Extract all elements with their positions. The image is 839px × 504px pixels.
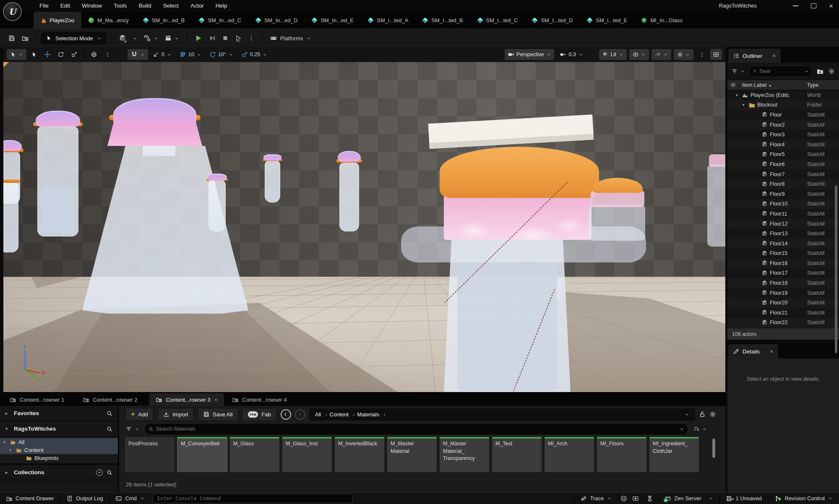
asset-tile[interactable]: MI_Floors <box>597 437 646 472</box>
content-browser-tab[interactable]: Content...rowser 2 <box>76 393 148 406</box>
asset-tile[interactable]: MI_Ingredient_ ClothJar <box>649 437 699 472</box>
outliner-row[interactable]: ▾ Floor17 StaticM <box>727 268 839 278</box>
collapse-arrow-icon[interactable]: ▸ <box>5 470 10 475</box>
search-icon[interactable] <box>107 410 112 416</box>
close-button[interactable]: × <box>829 3 833 10</box>
surface-snapping-dropdown[interactable] <box>128 49 148 60</box>
import-button[interactable]: Import <box>157 408 194 421</box>
search-options-icon[interactable] <box>804 69 809 74</box>
grid-snap-value[interactable]: 10 <box>177 49 205 60</box>
menu-item[interactable]: Actor <box>185 0 210 12</box>
editor-tab[interactable]: SM_I...ted_A <box>361 12 415 29</box>
console-command-input[interactable] <box>153 494 353 503</box>
close-icon[interactable]: × <box>770 348 773 355</box>
save-button[interactable] <box>5 31 18 45</box>
outliner-row[interactable]: ▾ Floor13 StaticM <box>727 229 839 239</box>
expand-arrow-icon[interactable]: ▾ <box>736 93 740 97</box>
collections-section[interactable]: ▸ Collections + <box>0 464 118 481</box>
asset-tile[interactable]: MI_Arch <box>545 437 594 472</box>
unreal-logo-icon[interactable]: U <box>3 2 22 21</box>
view-mode-dropdown[interactable]: Lit <box>599 49 627 60</box>
frame-skip-button[interactable] <box>206 31 219 45</box>
asset-tile[interactable]: M_ConveyerBelt <box>177 437 227 472</box>
browse-content-button[interactable] <box>18 31 32 45</box>
outliner-row[interactable]: ▾ Floor21 StaticM <box>727 308 839 318</box>
add-button[interactable]: +Add <box>125 408 154 421</box>
back-button[interactable] <box>281 409 291 420</box>
show-flags-dropdown[interactable] <box>629 49 649 60</box>
outliner-settings-button[interactable] <box>827 65 836 78</box>
menu-item[interactable]: Edit <box>55 0 76 12</box>
outliner-row[interactable]: ▾ Floor5 StaticM <box>727 150 839 160</box>
blueprints-dropdown[interactable] <box>141 31 162 45</box>
outliner-row[interactable]: ▾ Floor15 StaticM <box>727 249 839 259</box>
editor-tab[interactable]: SM_I...ted_C <box>470 12 525 29</box>
content-browser-tab[interactable]: Content...rowser 1 <box>3 393 75 406</box>
lock-icon[interactable] <box>699 411 706 418</box>
expand-arrow-icon[interactable]: ▾ <box>9 448 13 452</box>
editor-tab[interactable]: SM_In...ed_B <box>136 12 192 29</box>
visibility-column-header[interactable] <box>727 82 739 88</box>
menu-item[interactable]: Help <box>210 0 233 12</box>
viewport-options-menu[interactable] <box>696 49 708 60</box>
unsaved-changes-button[interactable]: * 1 Unsaved <box>720 493 768 504</box>
folder-tree-row[interactable]: Blueprints <box>0 454 118 462</box>
item-label-column-header[interactable]: Item Label▴ <box>739 82 804 88</box>
outliner-row[interactable]: ▾ Floor22 StaticM <box>727 318 839 328</box>
asset-tile[interactable]: M_Glass <box>230 437 279 472</box>
asset-scrollbar[interactable] <box>712 439 715 458</box>
trace-dropdown[interactable]: Trace <box>574 493 618 504</box>
revision-control-dropdown[interactable]: Revision Control <box>769 493 839 504</box>
tab-details[interactable]: Details × <box>728 344 778 359</box>
search-save-icon[interactable] <box>680 427 684 431</box>
expand-arrow-icon[interactable]: ▾ <box>743 103 747 107</box>
search-icon[interactable] <box>107 426 112 432</box>
viewport-3d[interactable]: Z X Y 0 10 10° 0.25 Perspective 0.3 <box>3 47 725 392</box>
breadcrumb-item[interactable]: Materials <box>357 411 379 418</box>
launch-button[interactable] <box>232 31 245 45</box>
outliner-row[interactable]: ▾ PlayerZoo (Editc World <box>727 90 839 100</box>
tab-outliner[interactable]: Outliner × <box>728 49 781 63</box>
select-tool[interactable] <box>28 49 40 60</box>
editor-tab[interactable]: SM_In...ed_D <box>248 12 305 29</box>
asset-tile[interactable]: M_Glass_Inst <box>282 437 332 472</box>
content-browser-tab[interactable]: Content...rowser 3 × <box>149 393 224 406</box>
expand-arrow-icon[interactable]: ▾ <box>5 426 10 431</box>
outliner-row[interactable]: ▾ Floor9 StaticM <box>727 189 839 199</box>
outliner-row[interactable]: ▾ Floor19 StaticM <box>727 288 839 298</box>
asset-filter-dropdown[interactable] <box>125 422 140 436</box>
create-folder-button[interactable] <box>816 65 824 78</box>
menu-item[interactable]: Window <box>76 0 108 12</box>
camera-speed-dropdown[interactable]: 0.3 <box>557 49 586 60</box>
screen-percentage-dropdown[interactable] <box>651 49 671 60</box>
folder-tree-row[interactable]: ▾ Content <box>0 446 118 454</box>
editor-tab[interactable]: SM_I...ted_D <box>525 12 580 29</box>
outliner-row[interactable]: ▾ Floor10 StaticM <box>727 199 839 209</box>
close-icon[interactable]: × <box>214 397 218 403</box>
editor-tab[interactable]: SM_I...ted_E <box>580 12 634 29</box>
rotation-snap-value[interactable]: 10° <box>206 49 237 60</box>
favorites-section[interactable]: ▸ Favorites <box>0 406 118 421</box>
viewport-settings-dropdown[interactable] <box>674 49 693 60</box>
outliner-filter-dropdown[interactable] <box>731 65 746 78</box>
asset-tile[interactable]: M_Test <box>492 437 542 472</box>
cinematics-dropdown[interactable] <box>162 31 182 45</box>
outliner-scrollbar[interactable] <box>835 185 837 353</box>
type-column-header[interactable]: Type <box>804 82 839 88</box>
stop-button[interactable] <box>219 31 232 45</box>
scale-tool[interactable] <box>68 49 80 60</box>
outliner-row[interactable]: ▾ Floor7 StaticM <box>727 169 839 179</box>
editor-tab[interactable]: SM_In...ed_C <box>192 12 248 29</box>
expand-arrow-icon[interactable]: ▾ <box>3 440 8 444</box>
cmd-dropdown[interactable]: Cmd <box>109 493 151 504</box>
outliner-row[interactable]: ▾ Floor16 StaticM <box>727 258 839 268</box>
path-options-icon[interactable] <box>685 412 689 417</box>
save-all-button[interactable]: Save All <box>198 408 238 421</box>
editor-tab[interactable]: SM_In...ed_E <box>305 12 361 29</box>
outliner-search-input[interactable] <box>749 65 813 77</box>
world-coordinate-toggle[interactable] <box>88 49 100 60</box>
add-collection-icon[interactable]: + <box>96 469 103 476</box>
outliner-row[interactable]: ▾ Floor12 StaticM <box>727 219 839 229</box>
move-tool[interactable] <box>42 49 53 60</box>
editor-mode-dropdown[interactable]: Selection Mode <box>41 32 107 44</box>
